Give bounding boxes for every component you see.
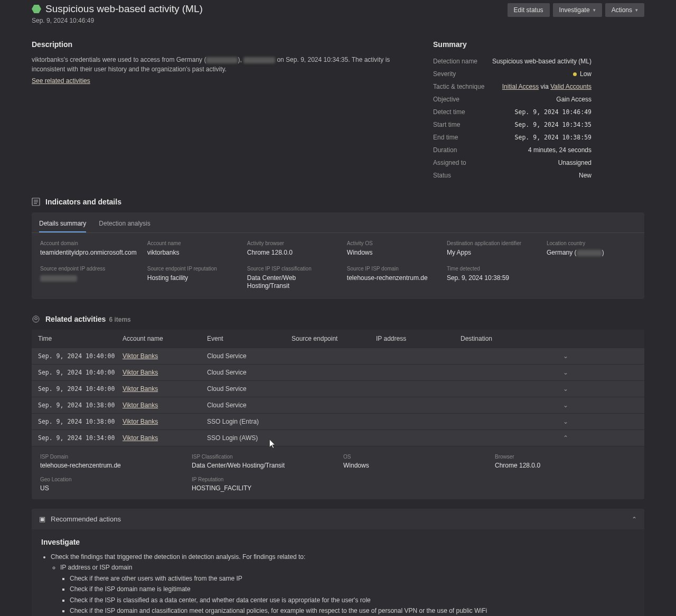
investigate-button[interactable]: Investigate▾ <box>553 3 602 17</box>
kv-value: New <box>579 172 592 179</box>
list-icon <box>32 198 40 206</box>
col-event: Event <box>207 335 292 342</box>
summary-heading: Summary <box>433 40 592 49</box>
recommended-body: Investigate Check the findings that trig… <box>32 529 644 616</box>
expanded-row-panel: ISP Domaintelehouse-rechenzentrum.de ISP… <box>32 446 644 499</box>
account-link[interactable]: Viktor Banks <box>123 418 158 425</box>
detail-value: My Apps <box>447 249 471 256</box>
chevron-down-icon[interactable]: ⌄ <box>540 402 571 409</box>
detail-value: Sep. 9, 2024 10:38:59 <box>447 274 509 282</box>
chevron-down-icon[interactable]: ⌄ <box>540 352 571 360</box>
folder-icon: ▣ <box>39 515 45 523</box>
kv-key: Tactic & technique <box>433 83 484 90</box>
exp-label: ISP Domain <box>40 454 181 460</box>
exp-value: telehouse-rechenzentrum.de <box>40 462 121 469</box>
chevron-down-icon[interactable]: ⌄ <box>540 369 571 376</box>
description-text: viktorbanks's credentials were used to a… <box>32 55 401 74</box>
kv-key: Status <box>433 172 451 179</box>
chevron-down-icon[interactable]: ⌄ <box>540 385 571 393</box>
detail-label: Source IP ISP classification <box>247 266 336 272</box>
row-event: Cloud Service <box>207 402 292 409</box>
tab-details-summary[interactable]: Details summary <box>39 218 86 232</box>
chevron-down-icon: ▾ <box>593 7 596 13</box>
exp-label: Browser <box>495 454 636 460</box>
kv-value: Sep. 9, 2024 10:34:35 <box>515 121 592 128</box>
fingerprint-icon <box>32 315 40 323</box>
row-event: Cloud Service <box>207 385 292 393</box>
redacted-ip: xxxxxxx <box>40 275 77 282</box>
table-row[interactable]: Sep. 9, 2024 10:38:00Viktor BanksSSO Log… <box>32 413 644 430</box>
col-account: Account name <box>123 335 207 342</box>
detail-value: xxxxxxx <box>40 274 77 282</box>
technique-link[interactable]: Valid Accounts <box>550 83 592 90</box>
detail-label: Source endpoint IP address <box>40 266 137 272</box>
rec-line: Check if the ISP is classified as a data… <box>70 595 635 605</box>
page-title: Suspicious web-based activity (ML) <box>45 3 203 15</box>
detail-value: Germany (xxxxxx) <box>547 249 604 256</box>
detail-label: Activity OS <box>347 240 436 246</box>
account-link[interactable]: Viktor Banks <box>123 385 158 393</box>
row-time: Sep. 9, 2024 10:40:00 <box>38 369 123 376</box>
col-time: Time <box>38 335 123 342</box>
detail-label: Activity browser <box>247 240 336 246</box>
col-source: Source endpoint <box>292 335 376 342</box>
row-time: Sep. 9, 2024 10:38:00 <box>38 418 123 425</box>
redacted-ip: xxxxxxxx <box>206 57 238 63</box>
account-link[interactable]: Viktor Banks <box>123 369 158 376</box>
investigate-subhead: Investigate <box>41 538 635 546</box>
detail-value: telehouse-rechenzentrum.de <box>347 274 428 282</box>
kv-value: Initial Access via Valid Accounts <box>502 83 592 90</box>
chevron-up-icon[interactable]: ⌃ <box>540 434 571 442</box>
recommended-actions-toggle[interactable]: ▣ Recommended actions ⌃ <box>32 509 644 529</box>
table-row[interactable]: Sep. 9, 2024 10:40:00Viktor BanksCloud S… <box>32 364 644 380</box>
actions-button[interactable]: Actions▾ <box>605 3 644 17</box>
row-time: Sep. 9, 2024 10:40:00 <box>38 352 123 360</box>
chevron-up-icon: ⌃ <box>632 516 637 523</box>
row-time: Sep. 9, 2024 10:34:00 <box>38 434 123 442</box>
account-link[interactable]: Viktor Banks <box>123 434 158 442</box>
edit-status-button[interactable]: Edit status <box>508 3 550 17</box>
table-row[interactable]: Sep. 9, 2024 10:34:00Viktor BanksSSO Log… <box>32 430 644 446</box>
exp-label: ISP Classification <box>192 454 333 460</box>
detection-hex-icon <box>32 4 41 14</box>
see-related-link[interactable]: See related activities <box>32 77 90 85</box>
kv-key: Objective <box>433 96 459 103</box>
page-timestamp: Sep. 9, 2024 10:46:49 <box>32 17 203 24</box>
kv-value: Sep. 9, 2024 10:38:59 <box>515 134 592 141</box>
account-link[interactable]: Viktor Banks <box>123 352 158 360</box>
kv-key: Assigned to <box>433 159 466 166</box>
rec-line: Check if the ISP domain and classificati… <box>70 605 635 616</box>
col-ip: IP address <box>376 335 461 342</box>
kv-key: Start time <box>433 121 460 128</box>
detail-value: Windows <box>347 249 373 256</box>
description-heading: Description <box>32 40 401 49</box>
table-row[interactable]: Sep. 9, 2024 10:40:00Viktor BanksCloud S… <box>32 380 644 397</box>
exp-value: Data Center/Web Hosting/Transit <box>192 462 285 469</box>
severity-label: Low <box>580 70 592 78</box>
account-link[interactable]: Viktor Banks <box>123 402 158 409</box>
row-time: Sep. 9, 2024 10:38:00 <box>38 402 123 409</box>
kv-value: Unassigned <box>558 159 592 166</box>
detail-label: Location country <box>547 240 636 246</box>
recommended-heading: Recommended actions <box>51 515 121 523</box>
tactic-link[interactable]: Initial Access <box>502 83 539 90</box>
redacted-region: xxxxxx <box>577 250 602 256</box>
detail-label: Source endpoint IP reputation <box>147 266 237 272</box>
kv-key: End time <box>433 134 458 141</box>
kv-value: Low <box>573 70 592 78</box>
chevron-down-icon[interactable]: ⌄ <box>540 418 571 425</box>
exp-value: Chrome 128.0.0 <box>495 462 540 469</box>
rec-line: IP address or ISP domain <box>60 562 635 573</box>
kv-key: Detection name <box>433 58 477 65</box>
exp-label: Geo Location <box>40 477 181 482</box>
desc-prefix: viktorbanks's credentials were used to a… <box>32 56 206 63</box>
tab-detection-analysis[interactable]: Detection analysis <box>99 218 150 232</box>
table-row[interactable]: Sep. 9, 2024 10:40:00Viktor BanksCloud S… <box>32 348 644 364</box>
related-title: Related activities <box>45 315 106 323</box>
exp-value: Windows <box>343 462 369 469</box>
rec-line: Check if the ISP domain name is legitima… <box>70 584 635 594</box>
row-event: Cloud Service <box>207 352 292 360</box>
detail-label: Account name <box>147 240 237 246</box>
chevron-down-icon: ▾ <box>635 7 638 13</box>
table-row[interactable]: Sep. 9, 2024 10:38:00Viktor BanksCloud S… <box>32 397 644 413</box>
